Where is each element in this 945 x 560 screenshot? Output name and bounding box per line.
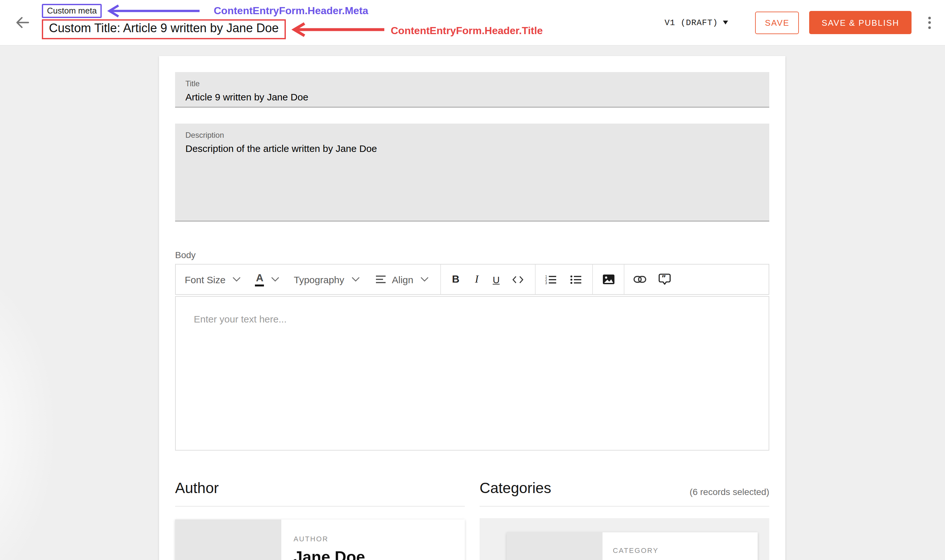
author-section: Author AUTHOR Jane Doe — [175, 479, 465, 560]
categories-selected-count: (6 records selected) — [690, 487, 769, 497]
category-record-card[interactable]: CATEGORY Transportation — [506, 532, 758, 560]
underline-button[interactable]: U — [493, 274, 500, 285]
toolbar-divider — [440, 265, 441, 294]
categories-list-container: CATEGORY Transportation — [480, 518, 769, 560]
categories-section: Categories (6 records selected) CATEGORY… — [480, 479, 769, 560]
save-publish-button-label: SAVE & PUBLISH — [822, 18, 899, 27]
save-button-label: SAVE — [765, 18, 790, 27]
annotation-title-ref: ContentEntryForm.Header.Title — [391, 25, 543, 37]
section-divider — [175, 506, 465, 506]
annotation-arrow-title — [288, 21, 386, 38]
author-image-placeholder — [175, 520, 281, 560]
ordered-list-icon: 1 2 3 — [545, 275, 557, 284]
save-button[interactable]: SAVE — [756, 11, 799, 34]
annotation-meta-ref: ContentEntryForm.Header.Meta — [214, 5, 368, 17]
toolbar-divider — [592, 265, 593, 294]
section-divider — [480, 506, 769, 506]
dropdown-caret-icon — [723, 21, 728, 25]
svg-text:”: ” — [662, 274, 666, 282]
insert-link-button[interactable] — [633, 275, 646, 283]
back-arrow-icon — [14, 14, 31, 31]
version-dropdown[interactable]: V1 (DRAFT) — [665, 18, 728, 27]
category-image-placeholder — [506, 532, 603, 560]
entry-meta-text: Custom meta — [42, 4, 102, 18]
author-card-overline: AUTHOR — [294, 535, 365, 543]
body-editor[interactable]: Enter your text here... — [175, 296, 769, 451]
left-edge-glow — [0, 264, 58, 560]
header-actions: V1 (DRAFT) SAVE SAVE & PUBLISH — [665, 0, 933, 45]
align-label: Align — [392, 274, 414, 285]
typography-dropdown[interactable]: Typography — [294, 274, 360, 285]
top-app-bar: Custom meta Custom Title: Article 9 writ… — [0, 0, 945, 46]
description-field-label: Description — [185, 131, 759, 140]
category-card-body: CATEGORY Transportation — [603, 532, 725, 560]
unordered-list-button[interactable] — [570, 275, 582, 284]
title-field-label: Title — [185, 79, 759, 88]
link-icon — [633, 275, 646, 283]
save-publish-button[interactable]: SAVE & PUBLISH — [810, 11, 911, 34]
blockquote-button[interactable]: ” — [659, 274, 671, 285]
font-size-dropdown[interactable]: Font Size — [185, 274, 241, 285]
category-card-overline: CATEGORY — [613, 546, 725, 554]
author-section-heading: Author — [175, 479, 219, 497]
font-color-icon: A — [255, 272, 264, 286]
image-icon — [603, 274, 615, 285]
chevron-down-icon — [271, 277, 280, 282]
font-color-dropdown[interactable]: A — [255, 272, 280, 286]
kebab-menu-icon[interactable] — [926, 14, 933, 31]
unordered-list-icon — [570, 275, 582, 284]
code-button[interactable] — [513, 275, 523, 283]
chevron-down-icon — [351, 277, 360, 282]
chevron-down-icon — [420, 277, 429, 282]
content-entry-screen: Custom meta Custom Title: Article 9 writ… — [0, 0, 945, 560]
font-size-label: Font Size — [185, 274, 226, 285]
title-field[interactable]: Title Article 9 written by Jane Doe — [175, 72, 769, 108]
align-dropdown[interactable]: Align — [375, 274, 429, 285]
entry-form-card: Title Article 9 written by Jane Doe Desc… — [159, 56, 785, 560]
title-field-value: Article 9 written by Jane Doe — [185, 91, 759, 103]
description-field-value: Description of the article written by Ja… — [185, 143, 759, 154]
reference-fields-row: Author AUTHOR Jane Doe Categories ( — [175, 479, 769, 560]
entry-title-text: Custom Title: Article 9 written by Jane … — [42, 19, 286, 39]
annotation-arrow-meta — [103, 3, 201, 18]
toolbar-divider — [624, 265, 625, 294]
italic-icon: I — [475, 273, 478, 286]
categories-section-heading: Categories — [480, 479, 551, 497]
ordered-list-button[interactable]: 1 2 3 — [545, 275, 557, 284]
author-record-card[interactable]: AUTHOR Jane Doe — [175, 520, 465, 560]
bold-icon: B — [452, 274, 459, 285]
version-label: V1 (DRAFT) — [665, 18, 718, 27]
main-content: Title Article 9 written by Jane Doe Desc… — [0, 45, 945, 560]
body-editor-placeholder: Enter your text here... — [194, 314, 751, 325]
underline-icon: U — [493, 274, 500, 285]
italic-button[interactable]: I — [475, 273, 478, 286]
entry-title-label: Custom Title: Article 9 written by Jane … — [49, 21, 279, 35]
code-icon — [513, 275, 523, 283]
align-icon — [375, 275, 386, 284]
typography-label: Typography — [294, 274, 345, 285]
back-button[interactable] — [13, 13, 32, 32]
body-field-label: Body — [175, 250, 769, 260]
author-card-name: Jane Doe — [294, 548, 365, 560]
description-field[interactable]: Description Description of the article w… — [175, 124, 769, 222]
quote-icon: ” — [659, 274, 671, 285]
svg-text:3: 3 — [545, 281, 547, 284]
toolbar-divider — [535, 265, 536, 294]
author-card-body: AUTHOR Jane Doe — [281, 520, 365, 560]
bold-button[interactable]: B — [452, 274, 459, 285]
entry-meta-label: Custom meta — [47, 6, 97, 15]
insert-image-button[interactable] — [603, 274, 615, 285]
chevron-down-icon — [233, 277, 241, 282]
rich-text-toolbar: Font Size A Typography — [175, 264, 769, 295]
